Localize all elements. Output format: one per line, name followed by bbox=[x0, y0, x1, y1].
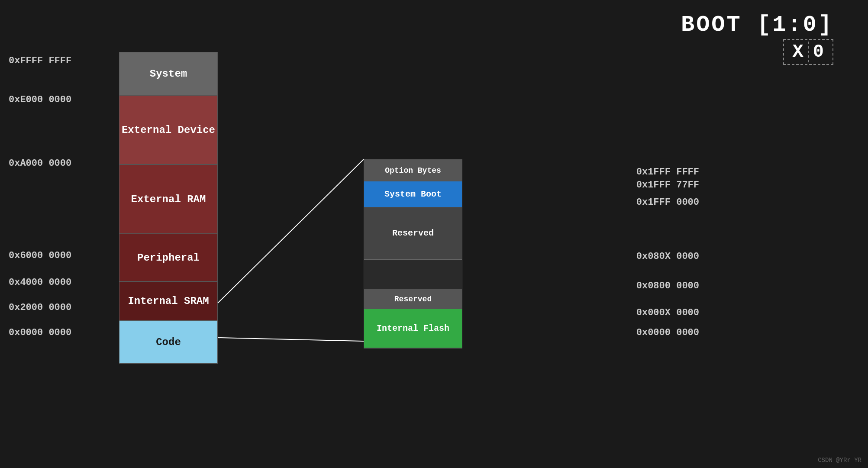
det-system-boot: System Boot bbox=[364, 181, 462, 207]
boot-zero-label: 0 bbox=[809, 42, 828, 62]
det-option-bytes: Option Bytes bbox=[364, 160, 462, 181]
det-reserved1: Reserved bbox=[364, 207, 462, 259]
addr-2000-0000: 0x2000 0000 bbox=[9, 302, 71, 313]
addr-a000-0000: 0xA000 0000 bbox=[9, 158, 71, 169]
svg-line-1 bbox=[218, 338, 364, 341]
addr-6000-0000: 0x6000 0000 bbox=[9, 250, 71, 261]
addr-ffff-ffff: 0xFFFF FFFF bbox=[9, 55, 71, 66]
segment-system: System bbox=[119, 52, 218, 95]
addr-1fff-0000: 0x1FFF 0000 bbox=[636, 197, 699, 208]
main-memory-block: System External Device External RAM Peri… bbox=[119, 52, 218, 364]
addr-1fff-ffff: 0x1FFF FFFF bbox=[636, 167, 699, 178]
det-reserved2: Reserved bbox=[364, 290, 462, 309]
boot-x-label: X bbox=[788, 42, 809, 62]
det-internal-flash: Internal Flash bbox=[364, 309, 462, 348]
boot-selector: X 0 bbox=[783, 39, 833, 65]
segment-external-ram: External RAM bbox=[119, 165, 218, 234]
page-title: BOOT [1:0] bbox=[681, 12, 833, 38]
segment-internal-sram: Internal SRAM bbox=[119, 281, 218, 320]
addr-e000-0000: 0xE000 0000 bbox=[9, 94, 71, 105]
segment-code: Code bbox=[119, 320, 218, 364]
addr-080x-0000: 0x080X 0000 bbox=[636, 251, 699, 262]
addr-000x-0000: 0x000X 0000 bbox=[636, 307, 699, 318]
segment-external-device: External Device bbox=[119, 95, 218, 165]
segment-peripheral: Peripheral bbox=[119, 234, 218, 281]
addr-1fff-77ff: 0x1FFF 77FF bbox=[636, 180, 699, 190]
addr-0000-0000-left: 0x0000 0000 bbox=[9, 327, 71, 338]
svg-line-0 bbox=[218, 159, 364, 303]
det-dark1 bbox=[364, 259, 462, 290]
addr-0000-0000-right: 0x0000 0000 bbox=[636, 327, 699, 338]
addr-4000-0000: 0x4000 0000 bbox=[9, 277, 71, 288]
detail-memory-block: Option Bytes System Boot Reserved Reserv… bbox=[364, 159, 462, 349]
addr-0800-0000: 0x0800 0000 bbox=[636, 281, 699, 291]
watermark: CSDN @YRr YR bbox=[818, 457, 862, 464]
